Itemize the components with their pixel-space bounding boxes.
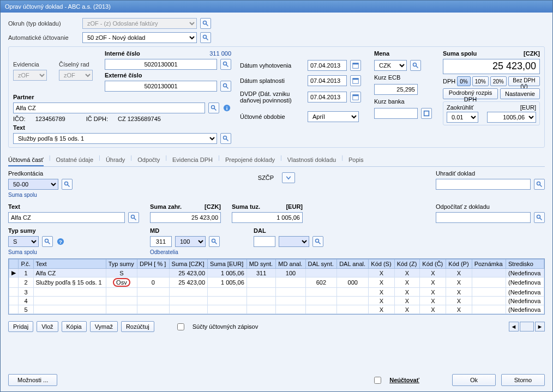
obdobie-label: Účtovné obdobie (240, 113, 304, 120)
table-row[interactable]: ▶1Alfa CZS25 423,001 005,06311100XXXX(Ne… (9, 269, 544, 278)
svg-point-28 (131, 215, 135, 219)
svg-line-13 (226, 139, 229, 141)
svg-text:?: ? (59, 239, 62, 245)
sumazahr-label: Suma zahr. (150, 203, 182, 210)
svg-point-38 (316, 239, 319, 243)
app-window: Oprav účtovný doklad - ABC a.s. (2013) O… (0, 0, 553, 392)
dph-0-button[interactable]: 0% (457, 76, 470, 86)
ciselnyrad-select: zOF (59, 70, 93, 81)
ico-label: IČO: (13, 116, 26, 122)
info-icon[interactable]: i (223, 104, 231, 112)
uhradit-input[interactable] (436, 179, 531, 190)
dph-20-button[interactable]: 20% (490, 76, 507, 86)
dal-synt-input[interactable] (254, 236, 275, 247)
predk-select[interactable]: 50-00 (8, 179, 58, 190)
storno-button[interactable]: Storno (501, 374, 545, 386)
search-icon[interactable] (128, 212, 139, 223)
search-icon[interactable] (200, 18, 211, 29)
partner-input[interactable] (13, 102, 205, 113)
search-icon[interactable] (312, 236, 323, 247)
scroll-right-icon: ► (535, 322, 545, 331)
sucty-checkbox[interactable]: Súčty účtovných zápisov (177, 323, 259, 330)
table-row[interactable]: 2Služby podľa § 15 ods. 1Osv025 423,001 … (9, 278, 544, 288)
dal-anal-select[interactable] (279, 236, 309, 247)
search-icon[interactable] (410, 60, 421, 71)
table-row[interactable]: 5XXXX(Nedefinova (9, 305, 544, 314)
help-icon[interactable]: ? (56, 237, 65, 246)
kopia-button[interactable]: Kópia (62, 321, 87, 332)
externe-input[interactable] (105, 81, 217, 92)
date-dvdp-input[interactable] (308, 92, 347, 102)
search-icon[interactable] (42, 236, 53, 247)
table-row[interactable]: 3XXXX(Nedefinova (9, 288, 544, 297)
svg-rect-17 (353, 79, 359, 80)
entry-grid[interactable]: P.č.TextTyp sumyDPH [ % ]Suma [CZK]Suma … (8, 258, 545, 315)
dph-10-button[interactable]: 10% (472, 76, 489, 86)
tab-7[interactable]: Popis (348, 154, 364, 166)
calendar-icon[interactable] (350, 60, 361, 71)
bezdph-button[interactable]: Bez DPH (V) (508, 76, 540, 86)
rozuctuj-button[interactable]: Rozúčtuj (121, 321, 154, 332)
round-value-select[interactable]: 1005,06 (487, 112, 536, 123)
tab-0[interactable]: Účtovná časť (8, 154, 44, 166)
tab-3[interactable]: Odpočty (137, 154, 160, 166)
typsumy-help: Suma spolu (8, 249, 139, 255)
typsumy-select[interactable]: S (8, 236, 39, 247)
horizontal-scrollbar[interactable]: ◄► (509, 322, 545, 331)
search-icon[interactable] (220, 81, 231, 92)
neuctovat-checkbox[interactable]: Neúčtovať (374, 377, 419, 384)
tab-6[interactable]: Vlastnosti dokladu (287, 154, 336, 166)
ok-button[interactable]: Ok (452, 374, 496, 386)
odpocitat-input[interactable] (436, 212, 531, 223)
tab-5[interactable]: Prepojené doklady (225, 154, 275, 166)
midtext-input[interactable] (8, 212, 125, 223)
auto-select[interactable]: 50 zOF - Nový doklad (82, 32, 197, 43)
round-step-select[interactable]: 0.01 (447, 112, 478, 123)
moznosti-button[interactable]: Možnosti ... (8, 374, 57, 386)
szcp-label: SZČP (258, 174, 274, 181)
calendar-icon[interactable] (350, 92, 361, 102)
search-icon[interactable] (534, 212, 545, 223)
sumatuz-input[interactable] (232, 212, 303, 223)
tab-4[interactable]: Evidencia DPH (172, 154, 213, 166)
calendar-icon[interactable] (350, 75, 361, 86)
midtext-label: Text (8, 203, 139, 210)
nastavenie-button[interactable]: Nastavenie (500, 88, 540, 99)
vloz-button[interactable]: Vlož (37, 321, 58, 332)
rate-icon[interactable] (421, 108, 432, 119)
date-vyhot-input[interactable] (308, 60, 347, 71)
pridaj-button[interactable]: Pridaj (8, 321, 33, 332)
date-splat-input[interactable] (308, 75, 347, 86)
search-icon[interactable] (208, 102, 219, 113)
svg-line-9 (214, 108, 217, 111)
search-icon[interactable] (220, 133, 231, 144)
tab-1[interactable]: Ostatné údaje (56, 154, 94, 166)
svg-point-12 (224, 136, 227, 140)
scroll-left-icon: ◄ (509, 322, 519, 331)
tab-2[interactable]: Úhrady (106, 154, 125, 166)
okruh-select: zOF - (z) Odoslané faktúry (82, 18, 197, 29)
search-icon[interactable] (62, 179, 73, 190)
search-icon[interactable] (209, 236, 220, 247)
search-icon[interactable] (534, 179, 545, 190)
text-select[interactable]: Služby podľa § 15 ods. 1 (13, 133, 217, 144)
obdobie-select[interactable]: Apríl (308, 111, 359, 122)
kurzecb-input[interactable] (374, 84, 418, 95)
text-label: Text (13, 124, 231, 131)
evidencia-label: Evidencia (13, 61, 56, 68)
search-icon[interactable] (200, 32, 211, 43)
vymaz-button[interactable]: Vymaž (90, 321, 118, 332)
ico-value: 123456789 (35, 116, 65, 122)
search-icon[interactable] (220, 59, 231, 70)
rozpis-button[interactable]: Podrobný rozpis DPH (443, 88, 498, 99)
kurzbanka-input[interactable] (374, 108, 418, 119)
md-synt-input[interactable] (150, 236, 172, 247)
interne-input[interactable] (105, 59, 217, 70)
sumatuz-ccy: [EUR] (286, 203, 303, 210)
mena-select[interactable]: CZK (374, 60, 407, 71)
sumazahr-input[interactable] (150, 212, 221, 223)
svg-point-0 (203, 21, 207, 25)
table-row[interactable]: 4XXXX(Nedefinova (9, 297, 544, 305)
md-anal-select[interactable]: 100 (175, 236, 206, 247)
chevron-down-icon[interactable] (282, 172, 295, 183)
